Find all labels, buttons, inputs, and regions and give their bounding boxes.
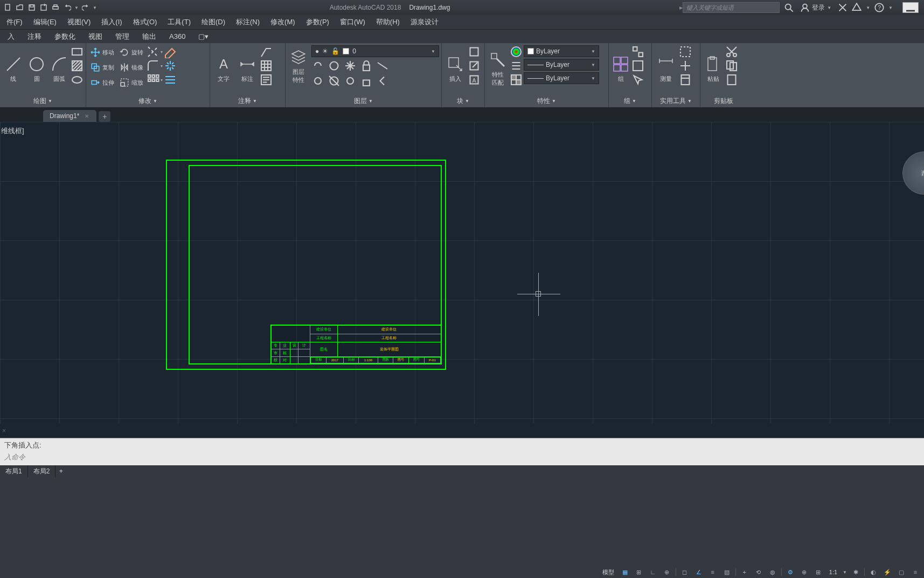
grid-toggle-icon[interactable]: ▦: [620, 567, 630, 577]
transparency-toggle-icon[interactable]: ▧: [721, 567, 732, 577]
line-button[interactable]: 线: [2, 45, 25, 93]
layer-off-icon[interactable]: [311, 59, 324, 72]
tab-insert[interactable]: 入: [1, 30, 21, 43]
panel-title-draw[interactable]: 绘图▼: [1, 95, 85, 106]
rotate-button[interactable]: 旋转: [117, 45, 145, 59]
color-wheel-icon[interactable]: [510, 45, 523, 58]
trim-icon[interactable]: [147, 45, 159, 58]
tab-a360[interactable]: A360: [163, 30, 192, 43]
measure-button[interactable]: 测量: [654, 45, 678, 93]
drawing-canvas[interactable]: 维线框] 西 建设单位建设单位 工程名称工程名称 专业设计图名装饰平面图 审核 …: [0, 122, 924, 424]
leader-icon[interactable]: [260, 45, 273, 58]
polar-toggle-icon[interactable]: ⊕: [662, 567, 672, 577]
tab-featured-apps-icon[interactable]: ▢▾: [192, 30, 215, 43]
select-all-icon[interactable]: [679, 45, 692, 58]
redo-icon[interactable]: [81, 3, 91, 12]
rectangle-icon[interactable]: [71, 45, 84, 58]
layer-iso-icon[interactable]: [328, 59, 341, 72]
menu-insert[interactable]: 插入(I): [96, 15, 127, 29]
open-icon[interactable]: [15, 3, 25, 12]
layout-tab-2[interactable]: 布局2: [28, 465, 56, 477]
menu-format[interactable]: 格式(O): [128, 15, 163, 29]
search-input[interactable]: 键入关键字或短语: [683, 2, 780, 13]
mtext-icon[interactable]: [260, 73, 273, 86]
cycle-icon[interactable]: ⟲: [753, 567, 764, 577]
layer-dropdown[interactable]: ● ☀ 🔓 0 ▼: [311, 45, 439, 57]
viewport-label[interactable]: 维线框]: [1, 126, 24, 136]
a360-icon[interactable]: [852, 3, 862, 12]
panel-title-block[interactable]: 块▼: [443, 95, 483, 106]
copy-clip-icon[interactable]: [725, 59, 738, 72]
mirror-button[interactable]: 镜像: [117, 60, 145, 74]
search-icon[interactable]: [784, 3, 794, 12]
workspace-icon[interactable]: ⚙: [785, 567, 796, 577]
hatch-icon[interactable]: [71, 59, 84, 72]
menu-help[interactable]: 帮助(H): [371, 15, 405, 29]
close-tab-icon[interactable]: ✕: [85, 113, 90, 119]
layer-on-icon[interactable]: [311, 74, 324, 87]
table-icon[interactable]: [260, 59, 273, 72]
lweight-toggle-icon[interactable]: ≡: [707, 567, 718, 577]
match-properties-button[interactable]: 特性 匹配: [487, 45, 509, 93]
menu-file[interactable]: 件(F): [1, 15, 28, 29]
insert-block-button[interactable]: 插入: [444, 45, 467, 93]
create-block-icon[interactable]: [468, 45, 481, 58]
print-icon[interactable]: [51, 3, 60, 12]
edit-block-icon[interactable]: [468, 59, 481, 72]
tab-parametric[interactable]: 参数化: [48, 30, 82, 43]
cut-icon[interactable]: [725, 45, 738, 58]
new-icon[interactable]: [3, 3, 13, 12]
group-edit-icon[interactable]: [631, 59, 644, 72]
menu-edit[interactable]: 编辑(E): [28, 15, 62, 29]
layer-uniso-icon[interactable]: [328, 74, 341, 87]
paste-special-icon[interactable]: [725, 73, 738, 86]
text-button[interactable]: A文字: [212, 45, 235, 93]
edit-attr-icon[interactable]: A: [468, 73, 481, 86]
explode-icon[interactable]: [164, 59, 177, 72]
dyn-input-icon[interactable]: +: [739, 567, 750, 577]
help-icon[interactable]: ?: [874, 3, 884, 12]
units-icon[interactable]: ⊞: [813, 567, 824, 577]
file-tab-drawing1[interactable]: Drawing1* ✕: [43, 110, 96, 122]
undo-dropdown-icon[interactable]: ▼: [74, 5, 79, 10]
paste-button[interactable]: 粘贴: [703, 45, 724, 93]
ungroup-icon[interactable]: [631, 45, 644, 58]
exchange-icon[interactable]: [838, 3, 847, 12]
minimize-button[interactable]: [902, 2, 919, 13]
customize-icon[interactable]: ≡: [910, 567, 921, 577]
command-input[interactable]: 入命令: [4, 452, 25, 462]
tab-manage[interactable]: 管理: [109, 30, 136, 43]
layer-unlock-icon[interactable]: [360, 74, 373, 87]
layer-properties-button[interactable]: 图层 特性: [288, 45, 309, 87]
arc-button[interactable]: 圆弧: [49, 45, 70, 93]
list-icon[interactable]: [510, 59, 523, 72]
3dsnap-icon[interactable]: ◍: [767, 567, 778, 577]
offset-icon[interactable]: [164, 73, 177, 86]
lineweight-dropdown[interactable]: ByLayer▼: [524, 59, 599, 71]
menu-modify[interactable]: 修改(M): [265, 15, 301, 29]
point-icon[interactable]: [679, 59, 692, 72]
move-button[interactable]: 移动: [88, 45, 116, 59]
calc-icon[interactable]: [679, 73, 692, 86]
stretch-button[interactable]: 拉伸: [88, 75, 116, 90]
panel-title-modify[interactable]: 修改▼: [87, 95, 209, 106]
ellipse-icon[interactable]: [71, 73, 84, 86]
annotation-monitor-icon[interactable]: ⊕: [799, 567, 810, 577]
menu-yuanquan[interactable]: 源泉设计: [405, 15, 444, 29]
copy-button[interactable]: 复制: [88, 60, 116, 74]
model-space-button[interactable]: 模型: [600, 568, 616, 576]
layer-thaw-icon[interactable]: [344, 74, 357, 87]
color-dropdown[interactable]: ByLayer▼: [524, 45, 599, 57]
layer-lock-icon[interactable]: [360, 59, 373, 72]
annotation-scale[interactable]: 1:1: [827, 569, 839, 575]
menu-tools[interactable]: 工具(T): [162, 15, 196, 29]
fillet-icon[interactable]: [147, 59, 159, 72]
erase-icon[interactable]: [164, 45, 177, 58]
panel-title-properties[interactable]: 特性▼: [486, 95, 607, 106]
snap-toggle-icon[interactable]: ⊞: [634, 567, 644, 577]
array-icon[interactable]: [147, 73, 159, 86]
redo-dropdown-icon[interactable]: ▼: [93, 5, 97, 10]
menu-view[interactable]: 视图(V): [62, 15, 96, 29]
tab-view[interactable]: 视图: [82, 30, 109, 43]
saveas-icon[interactable]: [39, 3, 48, 12]
